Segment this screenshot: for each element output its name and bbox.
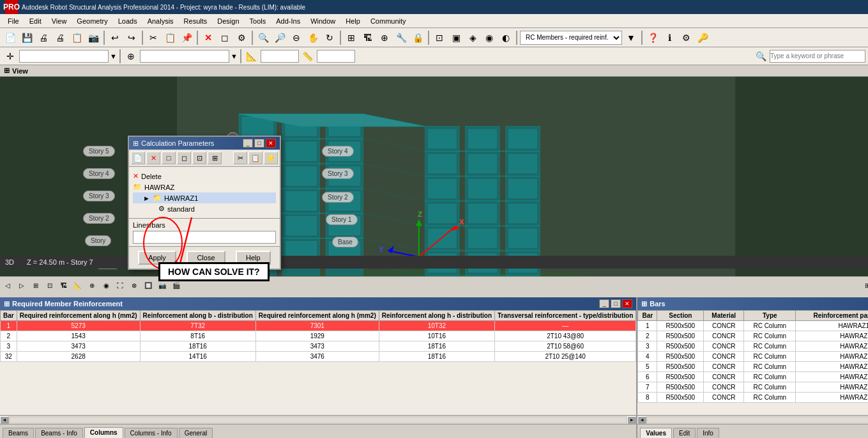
tb-settings2[interactable]: ⚙ <box>678 30 694 45</box>
tree-delete[interactable]: ✕ Delete <box>133 171 276 182</box>
table-row[interactable]: 3R500x500CONCRRC ColumnHAWRAZ <box>638 341 868 352</box>
bars-table-container[interactable]: Bar Section Material Type Reinforcement … <box>637 310 868 415</box>
tb-print2[interactable]: 🖨 <box>52 30 68 45</box>
tab-values[interactable]: Values <box>640 428 672 438</box>
tb-info[interactable]: ℹ <box>662 30 677 45</box>
rc-members-dropdown[interactable]: RC Members - required reinf. <box>520 31 622 45</box>
tb-pan[interactable]: ✋ <box>305 30 321 45</box>
tb-copy[interactable]: 📋 <box>162 30 178 45</box>
story-label-s2-right[interactable]: Story 2 <box>322 192 354 203</box>
tb-undo[interactable]: ↩ <box>107 30 123 45</box>
tab-edit[interactable]: Edit <box>673 428 696 438</box>
tree-hawraz[interactable]: 📁 HAWRAZ <box>133 182 276 192</box>
tree-standard[interactable]: ⚙ standard <box>133 203 276 214</box>
vt-btn9[interactable]: ⛶ <box>114 279 126 292</box>
tb2-icon2[interactable]: ⊕ <box>123 49 139 64</box>
rmr-close[interactable]: ✕ <box>622 299 632 308</box>
menu-view[interactable]: View <box>47 16 72 26</box>
menu-tools[interactable]: Tools <box>245 16 271 26</box>
cp-tb4[interactable]: ⊡ <box>192 152 206 164</box>
menu-analysis[interactable]: Analysis <box>142 16 179 26</box>
table-row[interactable]: 3347318T16347318T162T10 58@60 <box>1 341 636 352</box>
story-label-s1-left[interactable]: Story <box>85 235 111 246</box>
tb-rotate[interactable]: ↻ <box>322 30 337 45</box>
bars-scroll-left[interactable]: ◄ <box>637 416 646 424</box>
menu-community[interactable]: Community <box>365 16 411 26</box>
cp-tb2[interactable]: □ <box>162 152 176 164</box>
tab-columns-info[interactable]: Columns - Info <box>125 428 178 438</box>
table-row[interactable]: 2R500x500CONCRRC ColumnHAWRAZ <box>638 331 868 341</box>
tb-snap[interactable]: ⊕ <box>377 30 392 45</box>
tab-general[interactable]: General <box>179 428 213 438</box>
vt-btn8[interactable]: ◉ <box>100 279 112 292</box>
tb-cut[interactable]: ✂ <box>146 30 161 45</box>
table-row[interactable]: 4R500x500CONCRRC ColumnHAWRAZ <box>638 352 868 362</box>
menu-addins[interactable]: Add-Ins <box>271 16 305 26</box>
cp-tb3[interactable]: ◻ <box>177 152 191 164</box>
tb-icon20[interactable]: 🏗 <box>360 30 376 45</box>
vt-nav1[interactable]: ⊞ <box>861 279 868 292</box>
story-label-s3-right[interactable]: Story 3 <box>322 168 354 179</box>
vt-btn7[interactable]: ⊕ <box>86 279 98 292</box>
story-label-base-right[interactable]: Base <box>332 237 358 247</box>
tb-zoom-in[interactable]: 🔍 <box>255 30 271 45</box>
menu-edit[interactable]: Edit <box>24 16 47 26</box>
cp-tb1[interactable]: 📄 <box>131 152 145 164</box>
tb-zoom-all[interactable]: 🔎 <box>272 30 287 45</box>
tb-icon22[interactable]: 🔧 <box>393 30 409 45</box>
table-row[interactable]: 32262814T16347618T162T10 25@140 <box>1 352 636 362</box>
table-row[interactable]: 7R500x500CONCRRC ColumnHAWRAZ <box>638 382 868 393</box>
menu-results[interactable]: Results <box>179 16 213 26</box>
story-label-s3-left[interactable]: Story 3 <box>83 191 115 201</box>
vt-btn10[interactable]: ⊗ <box>128 279 141 292</box>
menu-loads[interactable]: Loads <box>113 16 142 26</box>
tb-delete[interactable]: ✕ <box>201 30 216 45</box>
rmr-scroll-right[interactable]: ► <box>627 416 636 424</box>
tb-settings3[interactable]: 🔑 <box>695 30 710 45</box>
cp-lines-input[interactable] <box>133 231 276 244</box>
bars-hscroll[interactable]: ◄ ► <box>637 415 868 424</box>
tab-beams[interactable]: Beams <box>3 428 34 438</box>
menu-design[interactable]: Design <box>212 16 244 26</box>
rmr-table-container[interactable]: Bar Required reinforcement along h (mm2)… <box>0 310 636 415</box>
table-row[interactable]: 215438T16192910T162T10 43@80 <box>1 331 636 341</box>
tb2-input4[interactable] <box>317 50 355 63</box>
menu-help[interactable]: Help <box>340 16 365 26</box>
tb2-search-input[interactable] <box>770 50 865 63</box>
tb2-input1[interactable] <box>19 50 109 63</box>
tb2-icon4[interactable]: 📏 <box>300 49 316 64</box>
vt-btn11[interactable]: 🔲 <box>142 279 155 292</box>
tb-print[interactable]: 🖨 <box>36 30 51 45</box>
tb2-icon3[interactable]: 📐 <box>244 49 259 64</box>
cp-close[interactable]: ✕ <box>266 139 276 148</box>
cp-maximize[interactable]: □ <box>254 139 264 148</box>
tb-zoom-out[interactable]: ⊖ <box>289 30 304 45</box>
tb-new[interactable]: 📄 <box>3 30 18 45</box>
table-row[interactable]: 6R500x500CONCRRC ColumnHAWRAZ <box>638 372 868 382</box>
cp-tb-x[interactable]: ✕ <box>146 152 160 164</box>
table-row[interactable]: 1R500x500CONCRRC ColumnHAWRAZ1 <box>638 321 868 331</box>
tb-icon27[interactable]: ◉ <box>482 30 497 45</box>
tab-columns[interactable]: Columns <box>84 427 123 438</box>
menu-geometry[interactable]: Geometry <box>72 16 112 26</box>
table-row[interactable]: 152737T32730110T32— <box>1 321 636 331</box>
story-label-s2-left[interactable]: Story 2 <box>83 213 115 224</box>
tb-icon28[interactable]: ◐ <box>498 30 514 45</box>
tab-beams-info[interactable]: Beams - Info <box>35 428 83 438</box>
tb-grid[interactable]: ⊞ <box>344 30 359 45</box>
table-row[interactable]: 8R500x500CONCRRC ColumnHAWRAZ <box>638 393 868 403</box>
tb-icon25[interactable]: ▣ <box>448 30 464 45</box>
vt-btn2[interactable]: ▷ <box>15 279 28 292</box>
story-label-s4-right[interactable]: Story 4 <box>322 146 354 157</box>
tb-icon5[interactable]: 📋 <box>69 30 84 45</box>
story-label-s1-right[interactable]: Story 1 <box>326 214 358 225</box>
rmr-scroll-left[interactable]: ◄ <box>0 416 9 424</box>
rmr-minimize[interactable]: _ <box>599 299 609 308</box>
tb-dropdown-arrow[interactable]: ▼ <box>623 30 639 45</box>
menu-window[interactable]: Window <box>305 16 340 26</box>
tb-paste[interactable]: 📌 <box>179 30 194 45</box>
menu-file[interactable]: File <box>3 16 24 26</box>
tb-select[interactable]: ◻ <box>217 30 232 45</box>
tb2-input2[interactable] <box>140 50 229 63</box>
tb-redo[interactable]: ↪ <box>124 30 139 45</box>
